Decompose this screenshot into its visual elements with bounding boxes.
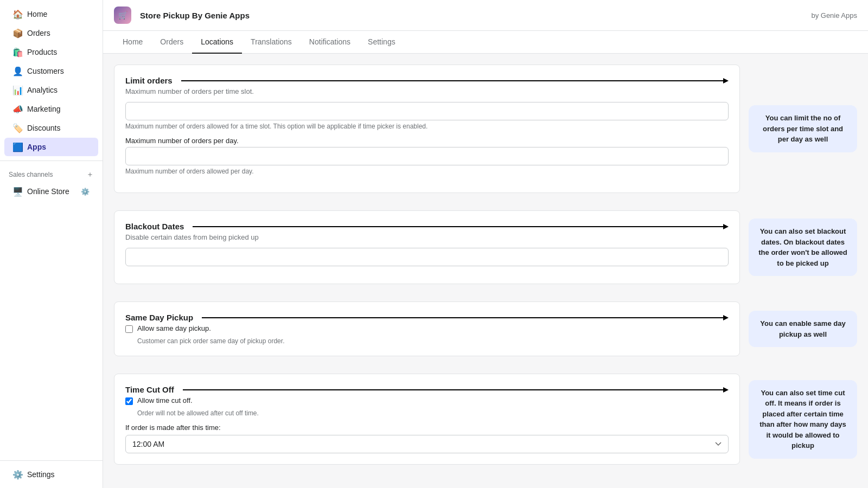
max-orders-day-field: Maximum number of orders per day. Maximu…	[125, 137, 729, 175]
same-day-checkbox-label[interactable]: Allow same day pickup.	[137, 324, 211, 332]
time-cut-off-title: Time Cut Off	[125, 385, 174, 394]
arrow-head-limit	[723, 78, 729, 84]
sidebar-item-online-store[interactable]: 🖥️ Online Store ⚙️	[4, 182, 98, 201]
main-area: 🛒 Store Pickup By Genie Apps by Genie Ap…	[103, 0, 868, 488]
sidebar-item-label: Products	[27, 48, 57, 56]
tab-home[interactable]: Home	[114, 31, 151, 54]
arrow-line-time-cut	[183, 389, 723, 390]
max-orders-timeslot-hint: Maximum number of orders allowed for a t…	[125, 123, 729, 130]
topbar: 🛒 Store Pickup By Genie Apps by Genie Ap…	[103, 0, 868, 31]
discounts-icon: 🏷️	[13, 123, 23, 133]
time-cut-off-checkbox-label[interactable]: Allow time cut off.	[137, 396, 193, 404]
sidebar-item-settings[interactable]: ⚙️ Settings	[4, 465, 98, 484]
limit-orders-subtitle: Maximum number of orders per time slot.	[125, 87, 729, 95]
sidebar-item-label: Home	[27, 10, 47, 18]
tab-locations[interactable]: Locations	[192, 31, 242, 54]
sidebar-item-label: Discounts	[27, 124, 60, 132]
nav-tabs: Home Orders Locations Translations Notif…	[103, 31, 868, 54]
blackout-dates-field	[125, 248, 729, 266]
online-store-settings-icon[interactable]: ⚙️	[81, 188, 90, 196]
sidebar-item-orders[interactable]: 📦 Orders	[4, 24, 98, 42]
apps-icon: 🟦	[13, 142, 23, 152]
by-genie-label: by Genie Apps	[811, 11, 857, 20]
tab-orders[interactable]: Orders	[151, 31, 192, 54]
online-store-icon: 🖥️	[13, 187, 23, 196]
tab-notifications[interactable]: Notifications	[301, 31, 359, 54]
sidebar: 🏠 Home 📦 Orders 🛍️ Products 👤 Customers …	[0, 0, 103, 488]
arrow-head-same-day	[723, 315, 729, 320]
sidebar-item-label: Marketing	[27, 105, 60, 113]
analytics-icon: 📊	[13, 85, 23, 95]
time-cut-off-checkbox[interactable]	[125, 397, 133, 405]
blackout-dates-input[interactable]	[125, 248, 729, 266]
sidebar-item-label: Apps	[27, 143, 46, 151]
customers-icon: 👤	[13, 66, 23, 76]
time-cut-off-order-note: Order will not be allowed after cut off …	[137, 409, 729, 417]
sidebar-item-label: Orders	[27, 29, 50, 37]
limit-orders-title: Limit orders	[125, 76, 173, 85]
sidebar-item-label: Customers	[27, 67, 64, 75]
sidebar-item-discounts[interactable]: 🏷️ Discounts	[4, 119, 98, 137]
same-day-pickup-card: Same Day Pickup Allow same day pickup. C…	[114, 301, 740, 356]
time-cut-off-checkbox-row: Allow time cut off.	[125, 396, 729, 405]
limit-orders-section: Limit orders Maximum number of orders pe…	[114, 65, 857, 193]
max-orders-day-label: Maximum number of orders per day.	[125, 137, 729, 145]
home-icon: 🏠	[13, 9, 23, 19]
time-cut-off-tooltip: You can also set time cut off. It means …	[749, 380, 857, 459]
same-day-hint: Customer can pick order same day of pick…	[137, 337, 729, 345]
sidebar-item-apps[interactable]: 🟦 Apps	[4, 138, 98, 156]
time-cut-off-card: Time Cut Off Allow time cut off. Order w…	[114, 374, 740, 465]
blackout-dates-section: Blackout Dates Disable certain dates fro…	[114, 210, 857, 284]
sidebar-nav: 🏠 Home 📦 Orders 🛍️ Products 👤 Customers …	[0, 0, 103, 460]
sales-channels-section: Sales channels ＋	[0, 165, 103, 182]
sidebar-item-marketing[interactable]: 📣 Marketing	[4, 100, 98, 118]
settings-label: Settings	[27, 470, 55, 479]
same-day-pickup-title: Same Day Pickup	[125, 313, 193, 322]
marketing-icon: 📣	[13, 104, 23, 114]
blackout-dates-title: Blackout Dates	[125, 222, 184, 231]
max-orders-day-hint: Maximum number of orders allowed per day…	[125, 168, 729, 175]
arrow-head-time-cut	[723, 387, 729, 393]
arrow-head-blackout	[723, 224, 729, 229]
arrow-line-blackout	[193, 226, 723, 227]
time-cut-off-time-label: If order is made after this time:	[125, 423, 729, 432]
blackout-dates-card: Blackout Dates Disable certain dates fro…	[114, 210, 740, 284]
same-day-pickup-section: Same Day Pickup Allow same day pickup. C…	[114, 301, 857, 356]
blackout-dates-tooltip: You can also set blackout dates. On blac…	[749, 219, 857, 276]
time-cut-off-section: Time Cut Off Allow time cut off. Order w…	[114, 374, 857, 465]
arrow-line-same-day	[202, 317, 723, 318]
limit-orders-card: Limit orders Maximum number of orders pe…	[114, 65, 740, 193]
tab-translations[interactable]: Translations	[242, 31, 301, 54]
app-logo: 🛒	[114, 7, 131, 24]
time-cut-off-select[interactable]: 12:00 AM 1:00 AM 2:00 AM 3:00 AM	[125, 435, 729, 453]
tab-settings[interactable]: Settings	[359, 31, 404, 54]
online-store-label: Online Store	[27, 187, 69, 196]
same-day-checkbox-row: Allow same day pickup.	[125, 324, 729, 333]
limit-orders-tooltip: You can limit the no of orders per time …	[749, 105, 857, 152]
sidebar-footer: ⚙️ Settings	[0, 460, 103, 488]
settings-icon: ⚙️	[13, 470, 23, 479]
sections-container: Limit orders Maximum number of orders pe…	[114, 65, 857, 477]
sidebar-item-customers[interactable]: 👤 Customers	[4, 62, 98, 80]
sidebar-item-home[interactable]: 🏠 Home	[4, 5, 98, 23]
add-sales-channel-icon[interactable]: ＋	[86, 170, 94, 179]
blackout-dates-subtitle: Disable certain dates from being picked …	[125, 233, 729, 241]
arrow-line-limit	[181, 80, 723, 81]
sales-channels-label: Sales channels	[9, 171, 53, 178]
same-day-tooltip: You can enable same day pickup as well	[749, 311, 857, 347]
content-area: Limit orders Maximum number of orders pe…	[103, 54, 868, 488]
orders-icon: 📦	[13, 28, 23, 38]
sidebar-item-analytics[interactable]: 📊 Analytics	[4, 81, 98, 99]
sidebar-item-label: Analytics	[27, 86, 58, 94]
max-orders-timeslot-input[interactable]	[125, 102, 729, 120]
app-title: Store Pickup By Genie Apps	[140, 11, 802, 20]
products-icon: 🛍️	[13, 47, 23, 57]
sidebar-item-products[interactable]: 🛍️ Products	[4, 43, 98, 61]
same-day-checkbox[interactable]	[125, 325, 133, 333]
max-orders-timeslot-field: Maximum number of orders allowed for a t…	[125, 102, 729, 130]
max-orders-day-input[interactable]	[125, 147, 729, 165]
